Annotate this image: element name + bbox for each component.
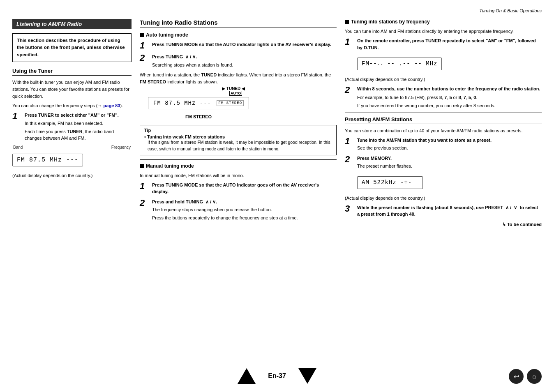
manual-mode-label: Manual tuning mode bbox=[146, 163, 194, 169]
step1-title: Press TUNER to select either "AM" or "FM… bbox=[25, 113, 119, 118]
preset-step1-content: Tune into the AM/FM station that you wan… bbox=[357, 137, 542, 152]
manual-step2: 2 Press and hold TUNING ∧ / ∨. The frequ… bbox=[140, 198, 337, 221]
preset-step1: 1 Tune into the AM/FM station that you w… bbox=[345, 137, 542, 152]
freq-actual-display: (Actual display depends on the country.) bbox=[345, 76, 542, 83]
tuned-label: TUNED bbox=[226, 86, 240, 91]
prev-page-arrow[interactable] bbox=[238, 368, 256, 384]
fm-stereo-small: FM STEREO bbox=[217, 100, 244, 106]
preset-step2: 2 Press MEMORY. The preset number flashe… bbox=[345, 155, 542, 170]
back-icon[interactable]: ↩ bbox=[509, 369, 524, 384]
page-header: Turning On & Basic Operations bbox=[12, 8, 542, 15]
freq-step2-num: 2 bbox=[345, 85, 354, 95]
tuned-arrow-right: ◀ bbox=[242, 86, 245, 91]
footer-inner: En-37 bbox=[238, 368, 316, 384]
manual-step2-content: Press and hold TUNING ∧ / ∨. The frequen… bbox=[152, 198, 337, 221]
tip-subtitle: • Tuning into weak FM stereo stations bbox=[144, 134, 332, 139]
display-wrapper-left: Band Frequency FM 87.5 MHz --- bbox=[12, 145, 132, 170]
preset-step2-title: Press MEMORY. bbox=[357, 156, 392, 161]
intro-text: This section describes the procedure of … bbox=[17, 38, 125, 57]
manual-step1: 1 Press TUNING MODE so that the AUTO ind… bbox=[140, 182, 337, 195]
freq-step1: 1 On the remote controller, press TUNER … bbox=[345, 37, 542, 51]
page-container: Turning On & Basic Operations Listening … bbox=[0, 0, 554, 392]
left-display-box: FM 87.5 MHz --- bbox=[12, 154, 83, 166]
mid-col-title: Tuning into Radio Stations bbox=[140, 19, 337, 28]
manual-step1-title: Press TUNING MODE so that the AUTO indic… bbox=[152, 182, 319, 194]
divider-manual bbox=[140, 159, 337, 160]
manual-intro: In manual tuning mode, FM stations will … bbox=[140, 172, 337, 179]
left-step1: 1 Press TUNER to select either "AM" or "… bbox=[12, 112, 132, 142]
bullet-manual bbox=[140, 164, 144, 168]
tuned-indicator: ▶ TUNED ◀ AUTO bbox=[222, 86, 245, 95]
auto-step1: 1 Press TUNING MODE so that the AUTO ind… bbox=[140, 41, 337, 50]
preset-step3-num: 3 bbox=[345, 204, 354, 213]
preset-display-text: AM 522kHz -÷- bbox=[362, 179, 412, 186]
step1-content: Press TUNER to select either "AM" or "FM… bbox=[25, 112, 132, 142]
preset-display-wrapper: AM 522kHz -÷- bbox=[357, 173, 542, 192]
right-column: Tuning into stations by frequency You ca… bbox=[345, 19, 542, 227]
to-be-continued: ↳ To be continued bbox=[345, 222, 542, 227]
page-footer: En-37 bbox=[0, 368, 554, 384]
freq-step1-title: On the remote controller, press TUNER re… bbox=[357, 38, 536, 50]
manual-step2-sub1: The frequency stops changing when you re… bbox=[152, 206, 337, 213]
radio-display-text: FM 87.5 MHz --- bbox=[153, 100, 211, 106]
preset-step3: 3 While the preset number is flashing (a… bbox=[345, 204, 542, 218]
preset-step1-sub: See the previous section. bbox=[357, 145, 542, 152]
preset-step2-sub: The preset number flashes. bbox=[357, 163, 542, 170]
auto-step2-title: Press TUNING ∧ / ∨. bbox=[152, 54, 197, 59]
using-tuner-para1: With the built-in tuner you can enjoy AM… bbox=[12, 79, 132, 100]
fm-stereo-label: FM STEREO bbox=[148, 114, 249, 119]
freq-title: Tuning into stations by frequency bbox=[351, 19, 430, 25]
manual-step2-num: 2 bbox=[140, 198, 149, 208]
step1-sub1: In this example, FM has been selected. bbox=[25, 120, 132, 127]
auto-mode-label: Auto tuning mode bbox=[146, 32, 188, 38]
manual-step1-content: Press TUNING MODE so that the AUTO indic… bbox=[152, 182, 337, 195]
header-title: Turning On & Basic Operations bbox=[480, 8, 542, 13]
auto-step1-num: 1 bbox=[140, 41, 149, 50]
preset-step1-num: 1 bbox=[345, 137, 354, 146]
section-title: Listening to AM/FM Radio bbox=[16, 21, 82, 27]
left-display-text: FM 87.5 MHz --- bbox=[17, 157, 78, 164]
freq-para1: You can tune into AM and FM stations dir… bbox=[345, 28, 542, 35]
preset-para1: You can store a combination of up to 40 … bbox=[345, 127, 542, 134]
auto-badge: AUTO bbox=[229, 91, 242, 96]
freq-step2-content: Within 8 seconds, use the number buttons… bbox=[357, 85, 542, 109]
freq-display-text: FM---- -- .-- -- MHz bbox=[362, 60, 437, 67]
bullet-auto bbox=[140, 33, 144, 37]
display-labels: Band Frequency bbox=[12, 145, 132, 150]
next-page-arrow[interactable] bbox=[298, 368, 316, 384]
frequency-label: Frequency bbox=[111, 145, 131, 150]
auto-step2-sub: Searching stops when a station is found. bbox=[152, 62, 337, 69]
preset-step2-num: 2 bbox=[345, 155, 354, 164]
auto-step1-content: Press TUNING MODE so that the AUTO indic… bbox=[152, 41, 337, 48]
preset-step3-content: While the preset number is flashing (abo… bbox=[357, 204, 542, 218]
preset-step2-content: Press MEMORY. The preset number flashes. bbox=[357, 155, 542, 170]
page-number: En-37 bbox=[268, 372, 286, 380]
home-icon[interactable]: ⌂ bbox=[527, 369, 542, 384]
bullet-freq bbox=[345, 20, 349, 24]
preset-title: Presetting AM/FM Stations bbox=[345, 116, 542, 124]
tuned-arrow-left: ▶ bbox=[222, 86, 225, 91]
tip-box: Tip • Tuning into weak FM stereo station… bbox=[140, 125, 337, 155]
tip-title: Tip bbox=[144, 128, 332, 133]
manual-step2-sub2: Press the buttons repeatedly to change t… bbox=[152, 214, 337, 221]
freq-step2: 2 Within 8 seconds, use the number butto… bbox=[345, 85, 542, 109]
band-label: Band bbox=[13, 145, 23, 150]
tip-body: If the signal from a stereo FM station i… bbox=[148, 139, 332, 152]
section-title-box: Listening to AM/FM Radio bbox=[12, 19, 132, 29]
footer-icons: ↩ ⌂ bbox=[509, 369, 542, 384]
using-tuner-title: Using the Tuner bbox=[12, 68, 132, 76]
auto-mode-title: Auto tuning mode bbox=[140, 32, 337, 38]
auto-step2: 2 Press TUNING ∧ / ∨. Searching stops wh… bbox=[140, 53, 337, 68]
main-columns: Listening to AM/FM Radio This section de… bbox=[12, 19, 542, 227]
preset-actual-display: (Actual display depends on the country.) bbox=[345, 195, 542, 202]
left-column: Listening to AM/FM Radio This section de… bbox=[12, 19, 132, 227]
freq-step2-sub1: For example, to tune to 87.5 (FM), press… bbox=[357, 94, 542, 101]
auto-step1-title: Press TUNING MODE so that the AUTO indic… bbox=[152, 42, 331, 47]
freq-step1-content: On the remote controller, press TUNER re… bbox=[357, 37, 542, 51]
freq-step1-num: 1 bbox=[345, 37, 354, 46]
manual-step2-title: Press and hold TUNING ∧ / ∨. bbox=[152, 199, 217, 204]
freq-step2-title: Within 8 seconds, use the number buttons… bbox=[357, 86, 540, 91]
divider-preset bbox=[345, 113, 542, 113]
intro-box: This section describes the procedure of … bbox=[12, 33, 132, 62]
step-number-1: 1 bbox=[12, 112, 21, 121]
